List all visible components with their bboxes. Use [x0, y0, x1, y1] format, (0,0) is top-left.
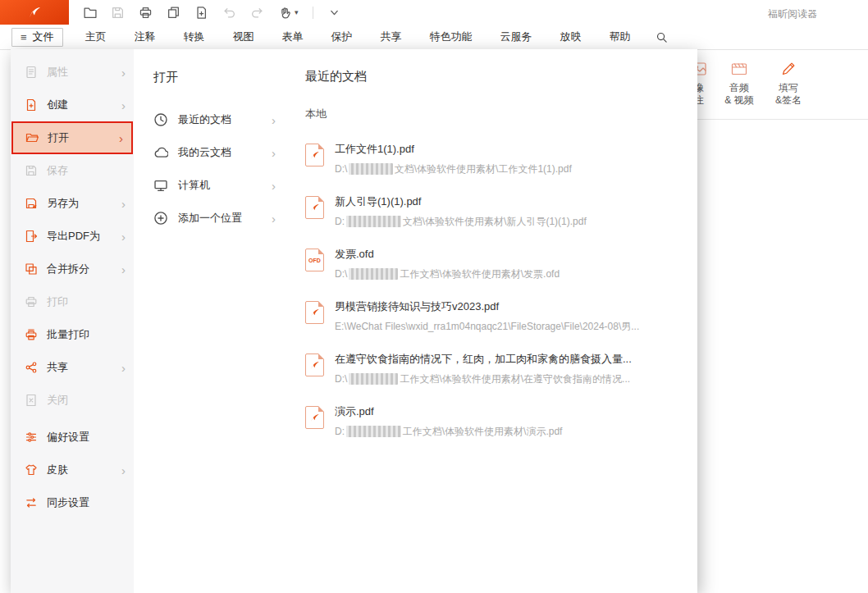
- recent-documents-panel: 最近的文档 本地 工作文件1(1).pdf D:\########文档\体验软件…: [287, 49, 697, 593]
- chevron-right-icon: ›: [119, 132, 123, 144]
- open-item-computer[interactable]: 计算机 ›: [153, 169, 276, 202]
- file-text: 演示.pdf D:##########工作文档\体验软件使用素材\演示.pdf: [335, 404, 562, 439]
- file-menu-item-label: 导出PDF为: [47, 229, 100, 244]
- tab-slideshow[interactable]: 放映: [560, 30, 582, 44]
- path-suffix: 文档\体验软件使用素材\工作文件1(1).pdf: [395, 163, 572, 175]
- tab-convert[interactable]: 转换: [184, 30, 205, 44]
- computer-icon: [153, 178, 168, 193]
- file-menu-item-label: 关闭: [47, 393, 68, 408]
- sync-settings-icon: [25, 496, 38, 509]
- hand-tool-button[interactable]: ▾: [278, 6, 299, 20]
- save-as-icon: [25, 197, 38, 210]
- tab-view[interactable]: 视图: [233, 30, 254, 44]
- open-panel-title: 打开: [153, 70, 276, 85]
- file-menu-item-properties[interactable]: 属性 ›: [11, 56, 134, 89]
- file-menu-item-preferences[interactable]: 偏好设置: [11, 421, 134, 454]
- redacted-path-segment: ########: [349, 163, 392, 175]
- chevron-right-icon: ›: [272, 147, 276, 159]
- share-icon: [25, 361, 38, 374]
- ribbon-label-line2: & 视频: [724, 94, 753, 107]
- recent-file-row[interactable]: 男模营销接待知识与技巧v2023.pdf E:\WeChat Files\wxi…: [305, 290, 674, 343]
- undo-icon[interactable]: [222, 6, 236, 20]
- search-icon[interactable]: [656, 31, 668, 43]
- file-text: 男模营销接待知识与技巧v2023.pdf E:\WeChat Files\wxi…: [335, 299, 639, 334]
- ribbon-tabs: 主页 注释 转换 视图 表单 保护 共享 特色功能 云服务 放映 帮助: [85, 30, 631, 44]
- pdf-file-icon: [305, 301, 324, 324]
- chevron-right-icon: ›: [121, 99, 126, 112]
- recent-file-row[interactable]: 演示.pdf D:##########工作文档\体验软件使用素材\演示.pdf: [305, 395, 674, 448]
- toolbar-divider: [313, 7, 313, 19]
- recent-file-row[interactable]: 工作文件1(1).pdf D:\########文档\体验软件使用素材\工作文件…: [305, 133, 674, 185]
- fox-glyph-icon: [308, 202, 321, 214]
- menu-bar: ≡ 文件 主页 注释 转换 视图 表单 保护 共享 特色功能 云服务 放映 帮助: [0, 25, 868, 50]
- ribbon-label-line1: 填写: [779, 82, 798, 94]
- file-menu-item-label: 创建: [47, 98, 68, 112]
- path-prefix: D:: [335, 426, 345, 437]
- file-menu-item-batch-print[interactable]: 批量打印: [11, 318, 134, 351]
- clapperboard-icon: [730, 60, 748, 78]
- file-name: 在遵守饮食指南的情况下，红肉，加工肉和家禽的膳食摄入量...: [335, 352, 632, 367]
- file-menu-item-print[interactable]: 打印: [11, 285, 134, 318]
- hamburger-menu-icon: ≡: [21, 31, 27, 43]
- pdf-file-icon: [305, 354, 324, 376]
- open-item-label: 最近的文档: [178, 112, 231, 127]
- file-menu-item-label: 合并拆分: [47, 262, 89, 276]
- create-pdf-icon[interactable]: [194, 6, 208, 20]
- open-item-label: 添加一个位置: [178, 211, 242, 226]
- redacted-path-segment: #########: [349, 373, 398, 385]
- save-icon[interactable]: [111, 6, 125, 20]
- open-item-add-a-place[interactable]: 添加一个位置 ›: [153, 202, 276, 235]
- print-icon[interactable]: [139, 6, 153, 20]
- path-prefix: E:\WeChat Files\wxid_rra1m04nqaqc21\File…: [335, 321, 639, 332]
- file-menu-item-combine-split[interactable]: 合并拆分 ›: [11, 253, 134, 285]
- file-menu-item-label: 保存: [47, 163, 68, 178]
- chevron-right-icon: ›: [121, 198, 126, 210]
- tab-cloud[interactable]: 云服务: [500, 30, 532, 44]
- file-menu-item-save[interactable]: 保存: [11, 154, 134, 187]
- fox-glyph-icon: [308, 412, 321, 424]
- open-item-recent-documents[interactable]: 最近的文档 ›: [153, 103, 276, 136]
- path-prefix: D:\: [335, 163, 347, 175]
- file-menu-item-open[interactable]: 打开 ›: [11, 121, 133, 154]
- file-path: D:##########工作文档\体验软件使用素材\演示.pdf: [335, 425, 562, 439]
- tab-protect[interactable]: 保护: [331, 30, 353, 44]
- file-text: 发票.ofd D:\#########工作文档\体验软件使用素材\发票.ofd: [335, 247, 560, 281]
- pdf-file-icon: [305, 144, 324, 166]
- copy-pages-icon[interactable]: [167, 6, 180, 20]
- tab-home[interactable]: 主页: [85, 30, 107, 44]
- app-title: 福昕阅读器: [768, 7, 817, 21]
- tab-share[interactable]: 共享: [381, 30, 402, 44]
- file-menu-item-export-pdf[interactable]: 导出PDF为 ›: [11, 220, 134, 253]
- hand-icon: [278, 6, 292, 20]
- redo-icon[interactable]: [250, 6, 264, 20]
- tab-help[interactable]: 帮助: [610, 30, 631, 44]
- recent-file-row[interactable]: 在遵守饮食指南的情况下，红肉，加工肉和家禽的膳食摄入量... D:\######…: [305, 343, 674, 395]
- file-menu-item-create[interactable]: 创建 ›: [11, 89, 134, 121]
- file-menu-item-close[interactable]: 关闭: [11, 384, 134, 417]
- recent-file-row[interactable]: 新人引导(1)(1).pdf D:##########文档\体验软件使用素材\新…: [305, 185, 674, 238]
- tab-form[interactable]: 表单: [282, 30, 304, 44]
- file-menu-label: 文件: [33, 30, 54, 44]
- open-item-label: 计算机: [178, 178, 210, 193]
- file-menu-button[interactable]: ≡ 文件: [11, 28, 63, 47]
- recent-file-row[interactable]: OFD 发票.ofd D:\#########工作文档\体验软件使用素材\发票.…: [305, 238, 674, 290]
- customize-toolbar-icon[interactable]: [327, 6, 341, 20]
- title-bar: ▾ 福昕阅读器: [0, 0, 868, 25]
- audio-video-button[interactable]: 音频 & 视频: [716, 60, 762, 107]
- file-menu-item-sync-settings[interactable]: 同步设置: [11, 486, 134, 519]
- file-menu-item-share[interactable]: 共享 ›: [11, 351, 134, 384]
- local-section-label: 本地: [305, 107, 674, 121]
- tab-featured[interactable]: 特色功能: [430, 30, 473, 44]
- open-item-cloud-documents[interactable]: 我的云文档 ›: [153, 136, 276, 169]
- file-menu-item-save-as[interactable]: 另存为 ›: [11, 187, 134, 220]
- ofd-file-icon: OFD: [305, 249, 324, 271]
- recent-documents-title: 最近的文档: [305, 69, 674, 84]
- fill-sign-button[interactable]: 填写 &签名: [765, 60, 811, 107]
- clock-icon: [153, 112, 168, 127]
- tab-comment[interactable]: 注释: [135, 30, 156, 44]
- open-folder-icon[interactable]: [83, 6, 97, 20]
- open-panel-list: 最近的文档 › 我的云文档 › 计算机 › 添加一个位置 ›: [153, 103, 276, 235]
- redacted-path-segment: ##########: [346, 426, 401, 437]
- file-menu-item-skin[interactable]: 皮肤 ›: [11, 454, 134, 486]
- file-name: 男模营销接待知识与技巧v2023.pdf: [335, 299, 639, 314]
